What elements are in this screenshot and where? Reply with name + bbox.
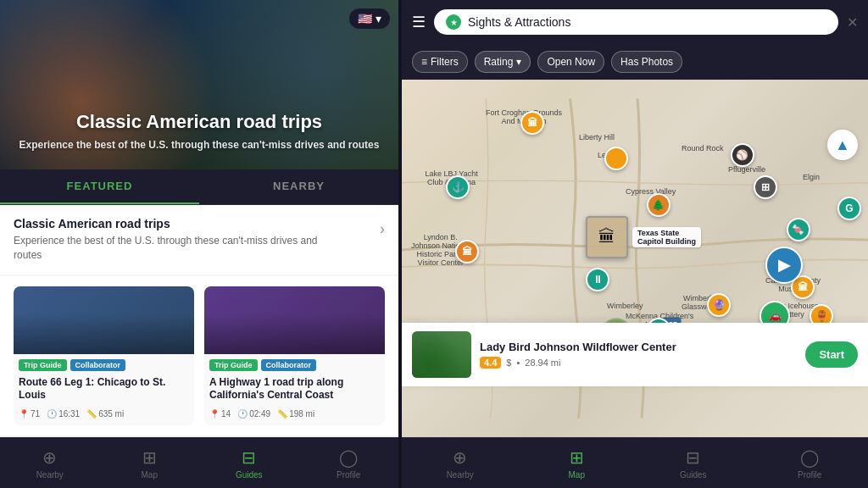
map-label-round-rock: Round Rock	[682, 144, 724, 152]
nav-nearby[interactable]: ⊕ Nearby	[0, 438, 100, 488]
marker-wimberley-glass[interactable]: 🔮	[707, 293, 731, 317]
right-guides-label: Guides	[680, 470, 707, 480]
direction-nav-button[interactable]: ▲	[827, 130, 858, 160]
clock-icon: 🕐	[47, 409, 57, 419]
right-map-label: Map	[569, 470, 585, 480]
marker-circle-leander	[604, 147, 628, 170]
rating-dropdown-icon: ▾	[516, 56, 521, 68]
tabs-row: FEATURED NEARBY	[0, 169, 398, 205]
route-card-2[interactable]: Trip Guide Collaborator A Highway 1 road…	[204, 286, 385, 425]
route-card-1-image	[14, 286, 194, 354]
map-label-wimberley: Wimberley	[607, 302, 643, 310]
nav-map-label: Map	[142, 470, 158, 480]
has-photos-button[interactable]: Has Photos	[611, 51, 682, 73]
nav-guides[interactable]: ⊟ Guides	[199, 438, 299, 488]
route-card-1-title: Route 66 Leg 1: Chicago to St. Louis	[14, 373, 194, 409]
card-title: Lady Bird Johnson Wildflower Center	[480, 341, 797, 353]
map-label-elgin: Elgin	[803, 173, 820, 181]
featured-item[interactable]: Classic American road trips Experience t…	[0, 205, 398, 274]
map-label-pflugerville: Pflugerville	[728, 165, 765, 174]
search-input-container[interactable]: ★ Sights & Attractions	[434, 9, 838, 35]
left-content: 🇺🇸 ▾ Classic American road trips Experie…	[0, 0, 398, 488]
start-button[interactable]: Start	[805, 341, 858, 368]
left-bottom-nav: ⊕ Nearby ⊞ Map ⊟ Guides ◯ Profile	[0, 437, 398, 488]
tag-trip-guide-1: Trip Guide	[19, 359, 67, 371]
marker-the-g[interactable]: G	[837, 197, 861, 220]
open-now-label: Open Now	[547, 56, 595, 68]
dropdown-arrow: ▾	[376, 12, 381, 25]
stat-distance-2: 📏 198 mi	[277, 409, 314, 419]
marker-layers[interactable]: ⊞	[754, 175, 777, 199]
waypoints-icon-2: 📍	[209, 409, 220, 419]
marker-circle-berdoll: 🍬	[787, 218, 810, 241]
price-indicator: $	[506, 358, 511, 368]
map-label-liberty-hill: Liberty Hill	[579, 133, 615, 141]
marker-lbj-historic[interactable]: 🏛	[455, 240, 479, 263]
marker-circle-lake-lbj: ⚓	[446, 175, 470, 199]
stat-duration-2: 🕐 02:49	[237, 409, 270, 419]
has-photos-label: Has Photos	[620, 56, 673, 68]
route-card-2-image	[204, 286, 385, 354]
marker-round-rock[interactable]: ⚾	[731, 143, 754, 167]
marker-circle-kyle: ⏸	[586, 268, 609, 291]
map-icon: ⊞	[142, 447, 157, 468]
left-panel: 🇺🇸 ▾ Classic American road trips Experie…	[0, 0, 398, 488]
marker-leander[interactable]	[604, 147, 628, 170]
card-distance: 28.94 mi	[525, 358, 560, 368]
marker-circle-fort-croghan: 🏛	[520, 111, 544, 135]
right-profile-icon: ◯	[800, 447, 819, 468]
right-nav-nearby[interactable]: ⊕ Nearby	[402, 438, 519, 488]
marker-kyle[interactable]: ⏸	[586, 268, 609, 291]
rating-filter-button[interactable]: Rating ▾	[475, 51, 531, 73]
nav-map[interactable]: ⊞ Map	[100, 438, 200, 488]
map-area[interactable]: 35 I35 Fort Croghan GroundsAnd Museum Li…	[402, 80, 868, 437]
filters-button[interactable]: ≡ Filters	[412, 51, 468, 73]
right-nav-profile[interactable]: ◯ Profile	[752, 438, 869, 488]
search-bar: ☰ ★ Sights & Attractions ✕	[402, 0, 868, 44]
search-text: Sights & Attractions	[468, 15, 570, 29]
route-card-1-stats: 📍 71 🕐 16:31 📏 635 mi	[14, 409, 194, 425]
tab-nearby[interactable]: NEARBY	[199, 169, 398, 204]
nearby-icon: ⊕	[42, 447, 57, 468]
route-cards-section: Trip Guide Collaborator Route 66 Leg 1: …	[0, 276, 398, 435]
marker-cypress[interactable]: 🌲	[647, 193, 670, 217]
waypoints-icon: 📍	[19, 409, 29, 419]
search-category-dot: ★	[446, 14, 461, 30]
right-nav-map[interactable]: ⊞ Map	[519, 438, 636, 488]
profile-icon: ◯	[339, 447, 358, 468]
filters-label: Filters	[431, 56, 459, 68]
close-icon[interactable]: ✕	[847, 14, 858, 30]
tab-featured[interactable]: FEATURED	[0, 169, 199, 204]
marker-circle-lbj: 🏛	[455, 240, 479, 263]
marker-lake-lbj[interactable]: ⚓	[446, 175, 470, 199]
route-card-1[interactable]: Trip Guide Collaborator Route 66 Leg 1: …	[14, 286, 194, 425]
marker-circle-layers: ⊞	[754, 175, 777, 199]
marker-circle-wimberley-glass: 🔮	[707, 293, 731, 317]
right-nav-guides[interactable]: ⊟ Guides	[635, 438, 752, 488]
marker-berdoll[interactable]: 🍬	[787, 218, 810, 241]
flag-badge[interactable]: 🇺🇸 ▾	[349, 8, 390, 29]
stat-distance-1: 📏 635 mi	[86, 409, 124, 419]
right-nearby-icon: ⊕	[453, 447, 467, 468]
featured-item-text: Classic American road trips Experience t…	[14, 217, 336, 263]
hero-text: Classic American road trips Experience t…	[0, 111, 398, 152]
marker-texas-capitol[interactable]: 🏛 Texas StateCapitol Building	[586, 216, 628, 258]
route-card-1-tags: Trip Guide Collaborator	[14, 354, 194, 373]
nav-arrow-button: ▶	[765, 247, 803, 284]
chevron-icon: ›	[380, 220, 385, 238]
marker-fort-croghan[interactable]: 🏛	[520, 111, 544, 135]
distance-icon-2: 📏	[277, 409, 287, 419]
open-now-button[interactable]: Open Now	[537, 51, 604, 73]
stat-waypoints-2: 📍 14	[209, 409, 231, 419]
menu-icon[interactable]: ☰	[412, 13, 426, 31]
nav-profile-label: Profile	[337, 470, 360, 480]
route-card-2-stats: 📍 14 🕐 02:49 📏 198 mi	[204, 409, 385, 425]
nav-profile[interactable]: ◯ Profile	[299, 438, 399, 488]
featured-item-desc: Experience the best of the U.S. through …	[14, 234, 336, 263]
bottom-card[interactable]: Lady Bird Johnson Wildflower Center 4.4 …	[402, 323, 868, 386]
hero-subtitle: Experience the best of the U.S. through …	[17, 138, 381, 152]
distance-text: •	[516, 358, 520, 368]
navigation-button[interactable]: ▶	[765, 247, 803, 284]
tag-collaborator-2: Collaborator	[261, 359, 317, 371]
route-card-2-title: A Highway 1 road trip along California's…	[204, 373, 385, 409]
